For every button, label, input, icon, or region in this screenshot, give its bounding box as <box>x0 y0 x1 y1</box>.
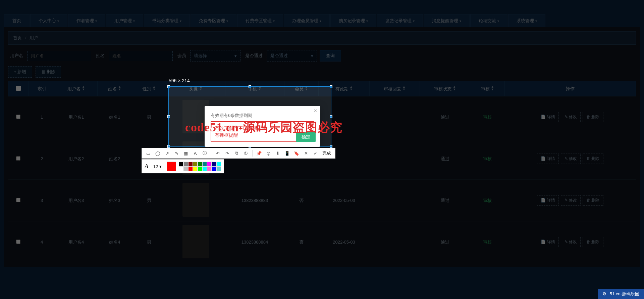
detail-button[interactable]: 📄 详情 <box>537 112 558 122</box>
nav-item-4[interactable]: 书籍分类管理▾ <box>144 14 190 27</box>
undo-icon[interactable]: ↶ <box>214 150 221 157</box>
circle-icon[interactable]: ◯ <box>154 150 161 157</box>
col-header[interactable]: 审核状态▲▼ <box>420 81 470 96</box>
palette-color[interactable] <box>198 166 202 171</box>
text-icon[interactable]: A <box>192 150 199 157</box>
detail-button[interactable]: 📄 详情 <box>537 154 558 164</box>
nav-item-6[interactable]: 付费专区管理▾ <box>237 14 283 27</box>
chevron-down-icon: ▾ <box>180 19 181 23</box>
arrow-icon[interactable]: ↗ <box>163 150 171 157</box>
palette-color[interactable] <box>188 162 193 166</box>
resize-handle[interactable] <box>167 115 170 118</box>
nav-item-3[interactable]: 用户管理▾ <box>106 14 143 27</box>
palette-color[interactable] <box>202 162 207 166</box>
pen-icon[interactable]: ✎ <box>173 150 180 157</box>
palette-color[interactable] <box>179 162 183 166</box>
resize-handle[interactable] <box>249 85 251 88</box>
copy-icon[interactable]: ⧉ <box>233 150 240 157</box>
done-button[interactable]: 完成 <box>321 150 332 156</box>
search-button[interactable]: 查询 <box>320 50 341 61</box>
phone-icon[interactable]: 📱 <box>283 150 291 157</box>
check-icon[interactable]: ✓ <box>312 150 319 157</box>
color-swatch-main[interactable] <box>167 162 176 171</box>
detail-button[interactable]: 📄 详情 <box>537 237 558 247</box>
row-delete-button[interactable]: 🗑 删除 <box>583 195 603 206</box>
row-checkbox[interactable] <box>16 115 20 119</box>
nav-item-5[interactable]: 免费专区管理▾ <box>191 14 236 27</box>
close-icon[interactable]: ✕ <box>302 150 310 157</box>
nav-item-7[interactable]: 办理会员管理▾ <box>284 14 330 27</box>
counter-icon[interactable]: ① <box>242 150 250 157</box>
resize-handle[interactable] <box>330 85 332 88</box>
row-delete-button[interactable]: 🗑 删除 <box>583 154 603 164</box>
row-delete-button[interactable]: 🗑 删除 <box>583 237 603 247</box>
delete-button[interactable]: 🗑 删除 <box>36 66 61 78</box>
palette-color[interactable] <box>212 162 216 166</box>
row-checkbox[interactable] <box>16 240 20 244</box>
audit-link[interactable]: 审核 <box>483 156 492 161</box>
audit-link[interactable]: 审核 <box>483 115 492 120</box>
filter-member-select[interactable]: 请选择 ▾ <box>190 50 240 61</box>
breadcrumb-home[interactable]: 首页 <box>13 35 22 40</box>
col-header[interactable]: 性别▲▼ <box>132 81 166 96</box>
bookmark-icon[interactable]: 🔖 <box>293 150 300 157</box>
filter-approved-select[interactable]: 是否通过 ▾ <box>267 50 317 61</box>
edit-button[interactable]: ✎ 修改 <box>561 154 581 164</box>
mosaic-icon[interactable]: ▦ <box>182 150 190 157</box>
rect-icon[interactable]: ▭ <box>145 150 152 157</box>
palette-color[interactable] <box>179 166 183 171</box>
palette-color[interactable] <box>193 166 198 171</box>
palette-color[interactable] <box>198 162 202 166</box>
palette-color[interactable] <box>202 166 207 171</box>
col-header[interactable]: 审核▲▼ <box>470 81 505 96</box>
col-header[interactable]: 用户名▲▼ <box>55 81 97 96</box>
palette-color[interactable] <box>188 166 193 171</box>
nav-item-2[interactable]: 作者管理▾ <box>68 14 105 27</box>
close-icon[interactable]: × <box>314 108 317 114</box>
font-size-select[interactable]: 12 ▾ <box>151 163 164 170</box>
palette-color[interactable] <box>193 162 198 166</box>
filter-username-input[interactable] <box>27 51 91 61</box>
palette-color[interactable] <box>216 162 221 166</box>
nav-item-8[interactable]: 购买记录管理▾ <box>330 14 376 27</box>
download-icon[interactable]: ⬇ <box>274 150 281 157</box>
nav-item-10[interactable]: 消息提醒管理▾ <box>424 14 470 27</box>
resize-handle[interactable] <box>167 85 170 88</box>
col-header[interactable]: 审核回复▲▼ <box>369 81 420 96</box>
edit-button[interactable]: ✎ 修改 <box>561 237 581 247</box>
palette-color[interactable] <box>183 162 188 166</box>
pin-a-icon[interactable]: 📌 <box>255 150 263 157</box>
resize-handle[interactable] <box>330 145 332 148</box>
palette-color[interactable] <box>216 166 221 171</box>
row-checkbox[interactable] <box>16 156 20 161</box>
cell <box>8 138 29 180</box>
target-icon[interactable]: ◎ <box>265 150 272 157</box>
detail-button[interactable]: 📄 详情 <box>537 195 558 206</box>
nav-item-12[interactable]: 系统管理▾ <box>508 14 545 27</box>
nav-item-1[interactable]: 个人中心▾ <box>30 14 67 27</box>
audit-link[interactable]: 审核 <box>483 198 492 203</box>
palette-color[interactable] <box>212 166 216 171</box>
row-delete-button[interactable]: 🗑 删除 <box>583 112 603 122</box>
audit-link[interactable]: 审核 <box>483 240 492 245</box>
nav-item-0[interactable]: 首页 <box>4 14 30 27</box>
palette-color[interactable] <box>207 166 212 171</box>
nav-item-9[interactable]: 发货记录管理▾ <box>377 14 423 27</box>
info-icon[interactable]: ⓘ <box>201 150 208 157</box>
palette-color[interactable] <box>183 166 188 171</box>
add-button[interactable]: + 新增 <box>8 66 32 78</box>
col-header[interactable]: 索引 <box>29 81 55 96</box>
edit-button[interactable]: ✎ 修改 <box>561 195 581 206</box>
resize-handle[interactable] <box>167 145 170 148</box>
cell: 用户名3 <box>55 180 97 221</box>
nav-item-11[interactable]: 论坛交流▾ <box>470 14 507 27</box>
resize-handle[interactable] <box>330 115 332 118</box>
col-header[interactable]: 操作 <box>504 81 636 96</box>
col-header[interactable]: 姓名▲▼ <box>97 81 132 96</box>
select-all-checkbox[interactable] <box>16 86 21 91</box>
filter-name-input[interactable] <box>109 51 173 61</box>
row-checkbox[interactable] <box>16 198 20 202</box>
edit-button[interactable]: ✎ 修改 <box>561 112 581 122</box>
palette-color[interactable] <box>207 162 212 166</box>
redo-icon[interactable]: ↷ <box>223 150 231 157</box>
